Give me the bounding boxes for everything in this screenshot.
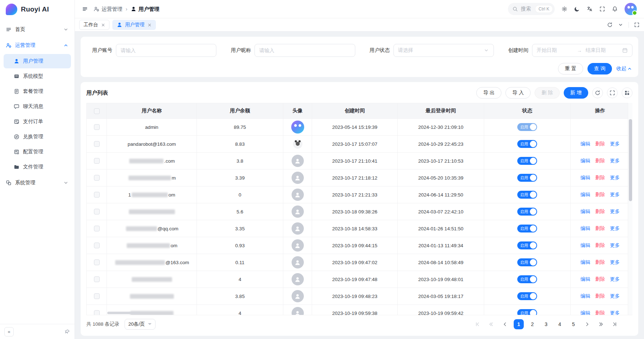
export-button[interactable]: 导 出: [476, 87, 501, 99]
nickname-input[interactable]: [259, 48, 350, 53]
settings-gear-icon[interactable]: [562, 6, 567, 12]
global-search[interactable]: 搜索 Ctrl K: [508, 3, 555, 15]
more-link[interactable]: 更多: [610, 259, 620, 265]
sidebar-subitem[interactable]: 兑换管理: [4, 130, 71, 144]
sidebar-item[interactable]: 系统管理: [0, 175, 75, 191]
breadcrumb-item[interactable]: 用户管理: [131, 6, 159, 13]
page-number-button[interactable]: 3: [541, 319, 551, 329]
first-page-button[interactable]: [473, 319, 483, 329]
delete-link[interactable]: 删除: [595, 226, 605, 231]
sidebar-item[interactable]: 首页: [0, 22, 75, 37]
reset-button[interactable]: 重 置: [558, 63, 583, 74]
row-checkbox[interactable]: [94, 209, 100, 214]
more-link[interactable]: 更多: [610, 243, 620, 248]
delete-link[interactable]: 删除: [595, 293, 605, 299]
row-checkbox[interactable]: [94, 175, 100, 181]
row-checkbox[interactable]: [94, 158, 100, 164]
add-button[interactable]: 新 增: [564, 87, 588, 99]
tab-item[interactable]: 工作台: [79, 20, 109, 30]
more-link[interactable]: 更多: [610, 141, 620, 146]
status-toggle[interactable]: 启用: [517, 123, 537, 131]
breadcrumb-item[interactable]: 运营管理: [94, 6, 122, 13]
delete-link[interactable]: 删除: [595, 310, 605, 315]
sidebar-subitem[interactable]: 文件管理: [4, 160, 71, 174]
delete-link[interactable]: 删除: [595, 175, 605, 180]
last-page-button[interactable]: [609, 319, 620, 329]
edit-link[interactable]: 编辑: [581, 276, 590, 282]
delete-link[interactable]: 删除: [595, 158, 605, 163]
status-toggle[interactable]: 启用: [517, 309, 537, 315]
sidebar-subitem[interactable]: 支付订单: [4, 114, 71, 129]
edit-link[interactable]: 编辑: [581, 259, 590, 265]
column-settings-icon[interactable]: [622, 87, 632, 98]
fullscreen-icon[interactable]: [599, 6, 605, 12]
more-link[interactable]: 更多: [610, 226, 620, 231]
notification-bell-icon[interactable]: [612, 6, 618, 12]
menu-toggle-icon[interactable]: [82, 6, 88, 12]
next-page-button[interactable]: [582, 319, 592, 329]
more-link[interactable]: 更多: [610, 293, 620, 299]
edit-link[interactable]: 编辑: [581, 158, 590, 163]
page-number-button[interactable]: 4: [555, 319, 565, 329]
delete-link[interactable]: 删除: [595, 276, 605, 282]
delete-link[interactable]: 删除: [595, 209, 605, 214]
status-toggle[interactable]: 启用: [517, 241, 537, 249]
row-checkbox[interactable]: [94, 259, 100, 265]
prev-group-button[interactable]: [486, 319, 496, 329]
refresh-icon[interactable]: [592, 87, 603, 98]
sidebar-item[interactable]: 运营管理: [0, 37, 75, 53]
close-icon[interactable]: [101, 23, 105, 27]
edit-link[interactable]: 编辑: [581, 293, 590, 299]
row-checkbox[interactable]: [94, 243, 100, 248]
edit-link[interactable]: 编辑: [581, 141, 590, 146]
account-input[interactable]: [121, 48, 212, 53]
delete-link[interactable]: 删除: [595, 141, 605, 146]
sidebar-subitem[interactable]: 用户管理: [4, 54, 71, 68]
edit-link[interactable]: 编辑: [581, 175, 590, 180]
row-checkbox[interactable]: [94, 276, 100, 282]
prev-page-button[interactable]: [500, 319, 510, 329]
status-toggle[interactable]: 启用: [517, 157, 537, 165]
row-checkbox[interactable]: [94, 293, 100, 299]
more-link[interactable]: 更多: [610, 310, 620, 315]
chevron-down-icon[interactable]: [618, 22, 623, 28]
edit-link[interactable]: 编辑: [581, 192, 590, 197]
language-translate-icon[interactable]: [587, 6, 593, 12]
logo[interactable]: Ruoyi AI: [0, 0, 75, 19]
select-all-checkbox[interactable]: [94, 108, 100, 114]
refresh-icon[interactable]: [607, 22, 613, 28]
status-toggle[interactable]: 启用: [517, 225, 537, 232]
collapse-link[interactable]: 收起: [616, 65, 632, 72]
delete-link[interactable]: 删除: [595, 192, 605, 197]
user-avatar[interactable]: [625, 3, 637, 15]
row-checkbox[interactable]: [94, 141, 100, 147]
status-toggle[interactable]: 启用: [517, 140, 537, 148]
more-link[interactable]: 更多: [610, 209, 620, 214]
close-icon[interactable]: [148, 23, 152, 27]
date-range-picker[interactable]: 开始日期 → 结束日期: [532, 44, 632, 57]
sidebar-collapse-button[interactable]: «: [4, 327, 14, 336]
row-checkbox[interactable]: [94, 124, 100, 130]
edit-link[interactable]: 编辑: [581, 243, 590, 248]
more-link[interactable]: 更多: [610, 276, 620, 282]
row-checkbox[interactable]: [94, 310, 100, 315]
sidebar-subitem[interactable]: 系统模型: [4, 69, 71, 83]
status-select[interactable]: 请选择: [393, 44, 494, 57]
status-toggle[interactable]: 启用: [517, 275, 537, 283]
row-checkbox[interactable]: [94, 192, 100, 198]
vertical-scrollbar-thumb[interactable]: [629, 119, 632, 201]
pin-icon[interactable]: [64, 329, 70, 335]
sidebar-subitem[interactable]: 聊天消息: [4, 99, 71, 114]
edit-link[interactable]: 编辑: [581, 310, 590, 315]
status-toggle[interactable]: 启用: [517, 191, 537, 199]
status-toggle[interactable]: 启用: [517, 174, 537, 182]
status-toggle[interactable]: 启用: [517, 258, 537, 266]
more-link[interactable]: 更多: [610, 158, 620, 163]
sidebar-subitem[interactable]: 配置管理: [4, 145, 71, 159]
status-toggle[interactable]: 启用: [517, 292, 537, 300]
more-link[interactable]: 更多: [610, 175, 620, 180]
page-size-select[interactable]: 20条/页: [125, 319, 156, 330]
row-checkbox[interactable]: [94, 226, 100, 231]
more-link[interactable]: 更多: [610, 192, 620, 197]
status-toggle[interactable]: 启用: [517, 208, 537, 216]
